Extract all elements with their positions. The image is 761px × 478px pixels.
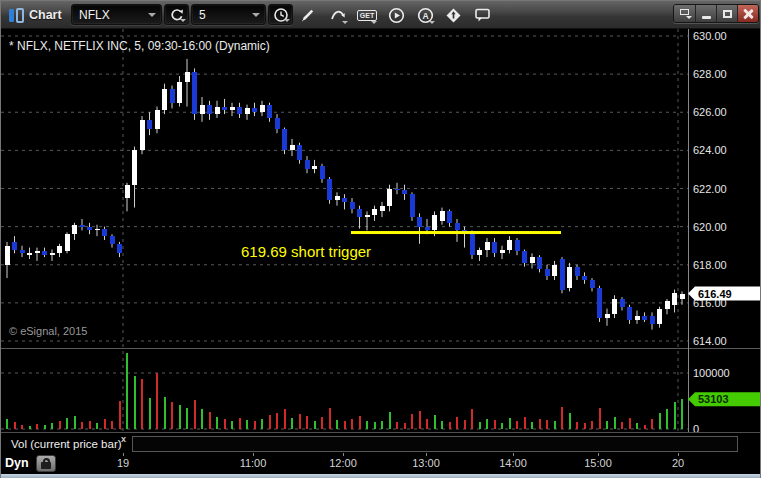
candle-body (267, 105, 272, 118)
volume-bar (509, 418, 511, 429)
time-template-button[interactable] (268, 4, 293, 25)
volume-bar (629, 418, 631, 429)
candle-body (50, 253, 55, 255)
close-button[interactable] (737, 5, 758, 22)
candle-body (5, 246, 10, 265)
candle-body (335, 196, 340, 200)
volume-bar (314, 421, 316, 429)
candle-body (410, 194, 415, 217)
candlestick-chart[interactable]: 630.00628.00626.00624.00622.00620.00618.… (1, 29, 761, 453)
replay-button[interactable] (384, 4, 408, 26)
chevron-down-icon (371, 21, 377, 24)
time-axis-tick (426, 453, 427, 456)
candle-body (237, 107, 242, 115)
volume-bar (306, 416, 308, 429)
chevron-down-icon[interactable] (252, 13, 260, 17)
candle-body (635, 316, 640, 320)
interval-combobox[interactable]: 5 (191, 4, 266, 25)
volume-bar (59, 421, 61, 429)
candle-body (357, 209, 362, 217)
chart-area[interactable]: 630.00628.00626.00624.00622.00620.00618.… (1, 29, 761, 453)
volume-bar (111, 421, 113, 429)
close-icon (743, 9, 753, 19)
candle-body (170, 89, 175, 102)
candle-body (282, 129, 287, 150)
close-study-icon[interactable]: x (121, 434, 126, 444)
volume-bar (464, 420, 466, 429)
volume-bar (381, 421, 383, 429)
candle-body (395, 189, 400, 191)
volume-bar (239, 418, 241, 429)
volume-bar (179, 405, 181, 429)
volume-bar (261, 419, 263, 429)
volume-bar (389, 412, 391, 429)
trigger-annotation-text[interactable]: 619.69 short trigger (241, 243, 371, 260)
candle-body (575, 267, 580, 277)
candle-body (612, 299, 617, 314)
volume-bar (81, 422, 83, 429)
volume-bar (606, 421, 608, 429)
volume-bar (486, 419, 488, 429)
symbol-value: NFLX (79, 8, 110, 22)
candle-body (260, 105, 265, 113)
price-axis-label: 618.00 (693, 259, 727, 271)
candle-body (627, 307, 632, 320)
chevron-down-icon (342, 21, 348, 24)
symbol-combobox[interactable]: NFLX (71, 4, 162, 25)
chevron-down-icon[interactable] (148, 13, 156, 17)
volume-bar (36, 424, 38, 429)
candle-body (245, 108, 250, 114)
volume-bar (441, 421, 443, 429)
candle-body (230, 107, 235, 111)
volume-bar (74, 416, 76, 429)
candle-body (545, 269, 550, 277)
minimize-icon (702, 16, 711, 19)
alerts-button[interactable] (441, 4, 465, 26)
candle-body (177, 82, 182, 103)
pencil-icon (300, 7, 316, 23)
candle-body (275, 118, 280, 129)
volume-bar (194, 400, 196, 429)
volume-bar (411, 414, 413, 429)
study-status-box (132, 436, 738, 452)
candle-body (290, 145, 295, 151)
maximize-icon (723, 10, 732, 18)
price-axis-label: 630.00 (693, 30, 727, 42)
volume-bar (216, 417, 218, 429)
candle-body (42, 251, 47, 255)
volume-bar (284, 409, 286, 429)
candle-body (200, 105, 205, 115)
volume-bar (524, 417, 526, 429)
maximize-button[interactable] (716, 5, 737, 22)
candle-body (582, 276, 587, 280)
candle-body (155, 110, 160, 129)
notes-button[interactable] (470, 4, 494, 26)
chart-tools-button[interactable] (326, 4, 350, 26)
volume-bar (66, 418, 68, 429)
draw-tool-button[interactable] (296, 4, 320, 26)
get-data-button[interactable]: GET (355, 4, 379, 26)
trigger-line[interactable] (351, 231, 561, 234)
lock-button[interactable] (36, 455, 56, 472)
minimize-button[interactable] (695, 5, 716, 22)
volume-bar (501, 423, 503, 429)
analytics-button[interactable]: A (413, 4, 437, 26)
candle-body (185, 72, 190, 82)
candle-body (215, 107, 220, 115)
volume-bar (291, 418, 293, 429)
volume-bar (149, 398, 151, 429)
chart-symbol-title: * NFLX, NETFLIX INC, 5, 09:30-16:00 (Dyn… (9, 39, 270, 53)
volume-bar (591, 421, 593, 429)
time-axis-label: 11:00 (231, 457, 275, 469)
restore-window-button[interactable] (674, 5, 695, 22)
volume-bar (6, 419, 8, 429)
volume-bar (651, 419, 653, 429)
candle-body (680, 294, 685, 300)
last-volume-value: 53103 (698, 393, 729, 405)
volume-bar (134, 376, 136, 429)
symbol-cycle-button[interactable] (164, 4, 189, 25)
candle-body (537, 257, 542, 268)
copyright-watermark: © eSignal, 2015 (9, 325, 87, 337)
volume-bar (89, 421, 91, 429)
volume-bar (546, 420, 548, 429)
